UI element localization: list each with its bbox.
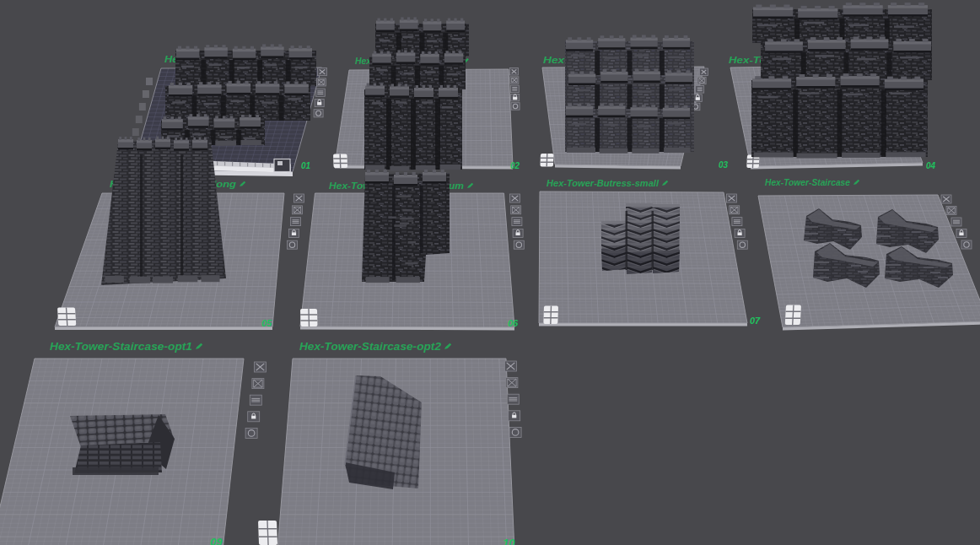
svg-text:10: 10 [503, 537, 515, 545]
svg-text:07: 07 [750, 316, 761, 326]
svg-text:06: 06 [508, 318, 519, 328]
svg-text:Hex-Tower-Staircase: Hex-Tower-Staircase [765, 177, 850, 187]
svg-text:01: 01 [301, 161, 311, 170]
svg-text:03: 03 [719, 160, 729, 170]
svg-text:02: 02 [510, 161, 520, 170]
svg-text:Hex-Tower-Butress-small: Hex-Tower-Butress-small [547, 178, 660, 188]
svg-text:Hex-Tower-Staircase-opt1: Hex-Tower-Staircase-opt1 [50, 341, 192, 353]
svg-text:04: 04 [926, 161, 936, 170]
svg-text:Hex-Tower-Staircase-opt2: Hex-Tower-Staircase-opt2 [299, 341, 441, 353]
svg-text:09: 09 [210, 536, 223, 545]
svg-text:05: 05 [261, 318, 272, 328]
